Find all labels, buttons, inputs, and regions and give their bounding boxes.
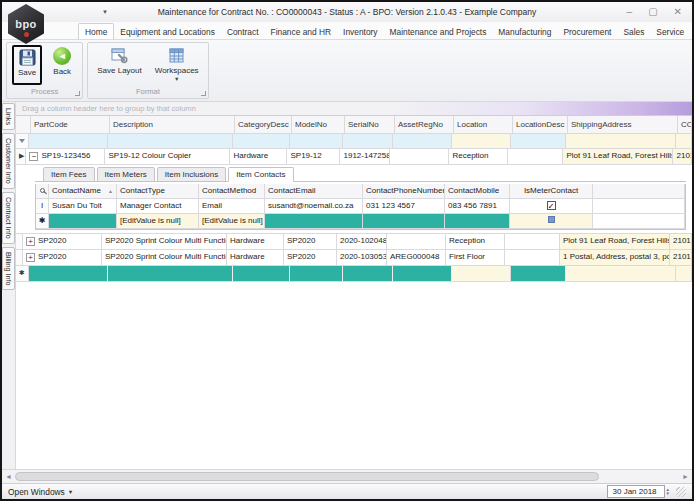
filter-cell-assetregno[interactable]	[393, 134, 452, 149]
ribbon-tab-finance-and-hr[interactable]: Finance and HR	[265, 24, 338, 39]
date-spinner[interactable]: ▲▼	[666, 488, 670, 496]
new-cell-categorydesc[interactable]	[233, 266, 290, 282]
workspaces-dropdown-icon: ▼	[174, 76, 179, 82]
workspaces-button[interactable]: Workspaces ▼	[151, 45, 203, 85]
dialog-launcher-icon[interactable]	[75, 91, 80, 96]
new-cell-contactemail[interactable]	[265, 214, 363, 229]
column-header-assetregno[interactable]: AssetRegNo	[395, 116, 454, 134]
ribbon-tab-service[interactable]: Service	[650, 24, 690, 39]
table-row[interactable]: ▶ −SP19-123456 SP19-12 Colour Copier Har…	[16, 149, 692, 165]
column-header-shippingaddress[interactable]: ShippingAddress	[568, 116, 678, 134]
new-cell-serialno[interactable]	[343, 266, 393, 282]
new-cell-modelno[interactable]	[290, 266, 343, 282]
sidebar-tab-billing-info[interactable]: Billing Info	[2, 247, 15, 291]
ribbon-tab-manufacturing[interactable]: Manufacturing	[492, 24, 557, 39]
table-row[interactable]: +SP2020 SP2020 Sprint Colour Multi Funct…	[16, 250, 692, 266]
column-header-contacttype[interactable]: ContactType	[117, 184, 199, 199]
column-header-ismetercontact[interactable]: IsMeterContact	[510, 184, 593, 199]
column-header-description[interactable]: Description	[110, 116, 235, 134]
ismetercontact-checkbox[interactable]: ✓	[510, 199, 593, 214]
tab-item-inclusions[interactable]: Item Inclusions	[157, 167, 226, 182]
new-cell-locationdesc[interactable]	[511, 266, 566, 282]
new-cell-shippingaddress[interactable]	[566, 266, 676, 282]
column-header-locationdesc[interactable]: LocationDesc	[513, 116, 568, 134]
dialog-launcher-icon[interactable]	[201, 91, 206, 96]
ribbon-tab-inventory[interactable]: Inventory	[337, 24, 383, 39]
tab-item-meters[interactable]: Item Meters	[97, 167, 155, 182]
new-cell-contactname[interactable]	[49, 214, 117, 229]
contact-row[interactable]: I Susan Du Toit Manager Contact Email su…	[36, 199, 685, 214]
filter-cell-cosa[interactable]	[676, 134, 692, 149]
table-row[interactable]: +SP2020 SP2020 Sprint Colour Multi Funct…	[16, 234, 692, 250]
tab-item-contacts[interactable]: Item Contacts	[228, 167, 293, 182]
column-header-cosa[interactable]: COSA	[678, 116, 692, 134]
subgrid-header-filler	[593, 184, 685, 199]
date-field[interactable]: 30 Jan 2018	[607, 485, 665, 498]
resize-grip[interactable]	[676, 487, 686, 497]
new-cell-assetregno[interactable]	[393, 266, 452, 282]
group-by-panel[interactable]: Drag a column header here to group by th…	[16, 102, 692, 116]
new-cell-location[interactable]	[452, 266, 511, 282]
ribbon-tab-procurement[interactable]: Procurement	[557, 24, 617, 39]
logo-red-dot	[24, 32, 29, 37]
new-cell-contacttype[interactable]: [EditValue is null]	[117, 214, 199, 229]
ribbon-tab-contract[interactable]: Contract	[221, 24, 265, 39]
column-header-contactphonenumber[interactable]: ContactPhoneNumber	[363, 184, 445, 199]
new-cell-description[interactable]	[108, 266, 233, 282]
column-header-modelno[interactable]: ModelNo	[292, 116, 345, 134]
filter-cell-serialno[interactable]	[343, 134, 393, 149]
filter-cell-location[interactable]	[452, 134, 511, 149]
column-header-contactmethod[interactable]: ContactMethod	[199, 184, 265, 199]
horizontal-scrollbar-thumb[interactable]	[15, 472, 599, 481]
ribbon-tab-reporting[interactable]: Reporting	[690, 24, 694, 39]
filter-cell-modelno[interactable]	[290, 134, 343, 149]
column-header-partcode[interactable]: PartCode	[31, 116, 110, 134]
subgrid-search-icon[interactable]	[36, 184, 49, 199]
scroll-left-icon[interactable]: ◄	[5, 473, 12, 480]
column-header-contactmobile[interactable]: ContactMobile	[445, 184, 510, 199]
filter-cell-shippingaddress[interactable]	[566, 134, 676, 149]
column-header-contactname[interactable]: ContactName▲	[49, 184, 117, 199]
filter-cell-partcode[interactable]	[29, 134, 108, 149]
ribbon-tab-sales[interactable]: Sales	[617, 24, 650, 39]
cell-serialno: 1912-147258	[340, 149, 390, 165]
ribbon-tab-home[interactable]: Home	[78, 23, 114, 39]
sidebar-tab-contract-info[interactable]: Contract Info	[2, 192, 15, 244]
expand-detail-icon[interactable]: +	[26, 253, 35, 262]
save-layout-button[interactable]: Save Layout	[93, 45, 145, 85]
minimize-button[interactable]: –	[627, 7, 633, 17]
column-header-location[interactable]: Location	[454, 116, 513, 134]
new-cell-contactmethod[interactable]: [EditValue is null]	[199, 214, 265, 229]
horizontal-scrollbar[interactable]: ◄ ►	[2, 469, 692, 483]
open-windows-dropdown-icon[interactable]: ▼	[68, 489, 73, 495]
new-cell-contactphonenumber[interactable]	[363, 214, 445, 229]
column-header-categorydesc[interactable]: CategoryDesc	[235, 116, 292, 134]
close-button[interactable]: ✕	[674, 7, 682, 17]
new-ismetercontact-checkbox[interactable]	[510, 214, 593, 229]
tab-item-fees[interactable]: Item Fees	[43, 167, 95, 182]
column-header-contactemail[interactable]: ContactEmail	[265, 184, 363, 199]
new-contact-row[interactable]: ✱ [EditValue is null] [EditValue is null…	[36, 214, 685, 229]
cell-cosa: 2101	[670, 250, 692, 266]
ribbon-tab-equipment-and-locations[interactable]: Equipment and Locations	[114, 24, 221, 39]
maximize-button[interactable]: ▢	[648, 7, 657, 17]
scrollbar-track[interactable]	[15, 472, 679, 481]
expand-detail-icon[interactable]: +	[26, 237, 35, 246]
sidebar-tab-links[interactable]: Links	[2, 103, 15, 130]
back-button[interactable]: ◄ Back	[47, 45, 77, 85]
save-button[interactable]: Save	[12, 45, 42, 85]
new-cell-contactmobile[interactable]	[445, 214, 510, 229]
sidebar-tab-customer-info[interactable]: Customer Info	[2, 133, 15, 189]
scroll-right-icon[interactable]: ►	[682, 473, 689, 480]
open-windows-menu[interactable]: Open Windows	[8, 487, 65, 497]
filter-cell-locationdesc[interactable]	[511, 134, 566, 149]
column-header-serialno[interactable]: SerialNo	[345, 116, 395, 134]
new-cell-cosa[interactable]	[676, 266, 692, 282]
ribbon-tab-maintenance-and-projects[interactable]: Maintenance and Projects	[384, 24, 493, 39]
filter-cell-description[interactable]	[108, 134, 233, 149]
new-equipment-row[interactable]: ✱	[16, 266, 692, 282]
new-cell-partcode[interactable]	[29, 266, 108, 282]
collapse-detail-icon[interactable]: −	[29, 152, 38, 161]
filter-cell-categorydesc[interactable]	[233, 134, 290, 149]
filter-row-indicator	[16, 134, 29, 149]
